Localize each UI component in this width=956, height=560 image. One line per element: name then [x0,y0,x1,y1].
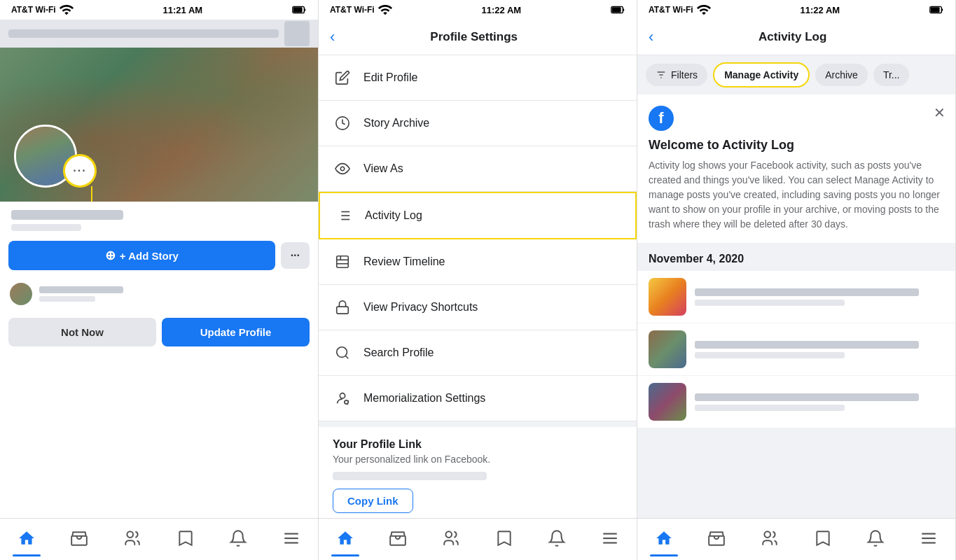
profile-link-title: Your Profile Link [333,438,623,451]
bookmark-icon-3 [814,529,832,547]
tab-manage-activity-label: Manage Activity [724,69,798,80]
tab-trash-label: Tr... [883,69,900,80]
back-button-2[interactable]: ‹ [330,28,335,46]
add-story-row: ⊕ + Add Story ··· [0,235,318,276]
activity-thumb-3 [649,383,686,421]
nav-bell-1[interactable] [224,526,252,551]
copy-link-button[interactable]: Copy Link [333,489,413,513]
profile-section: ··· ⊕ + Add Story ··· [0,48,318,518]
svg-point-40 [765,531,771,538]
pencil-icon [333,68,352,88]
yellow-connector-line [91,186,92,202]
svg-rect-34 [941,8,943,11]
nav-bell-2[interactable] [543,526,571,551]
name-area [0,202,318,235]
activity-item-2[interactable] [637,323,955,376]
status-left-3: AT&T Wi-Fi [649,2,712,18]
svg-rect-28 [391,536,406,545]
add-story-label: + Add Story [120,250,179,262]
nav-shop-1[interactable] [65,526,93,551]
activity-item-1[interactable] [637,271,955,323]
name-blur-top [8,29,279,38]
bottom-nav-1 [0,518,318,560]
avatar-small-top [284,21,310,46]
nav-bookmark-3[interactable] [809,526,837,551]
nav-menu-2[interactable] [596,526,624,551]
menu-item-activity-log[interactable]: Activity Log [319,192,637,239]
people-icon-1 [123,529,141,547]
svg-point-29 [446,531,452,538]
tab-trash[interactable]: Tr... [873,64,910,86]
menu-label-edit-profile: Edit Profile [363,71,417,84]
update-profile-button[interactable]: Update Profile [162,318,310,346]
close-button[interactable]: ✕ [934,104,945,121]
activity-info-3 [695,393,944,411]
bottom-nav-2 [319,518,637,560]
status-left-1: AT&T Wi-Fi [11,2,74,18]
nav-home-1[interactable] [13,526,41,551]
status-right-1 [291,2,307,18]
menu-item-edit-profile[interactable]: Edit Profile [319,55,637,101]
nav-home-3[interactable] [650,526,678,551]
menu-label-activity-log: Activity Log [365,209,422,222]
nav-bookmark-2[interactable] [490,526,518,551]
home-icon-1 [18,529,36,547]
search-icon [333,343,352,363]
activity-info-1 [695,288,944,306]
friends-row [0,276,318,312]
nav-bookmark-1[interactable] [172,526,200,551]
svg-rect-1 [304,8,305,11]
profile-link-blur [333,472,487,480]
back-button-3[interactable]: ‹ [649,28,653,46]
clock-icon [333,113,352,133]
menu-item-search-profile[interactable]: Search Profile [319,330,637,376]
nav-people-3[interactable] [756,526,784,551]
menu-item-view-privacy[interactable]: View Privacy Shortcuts [319,285,637,330]
name-blur-2 [11,224,81,231]
nav-bell-3[interactable] [861,526,889,551]
tabs-row: Filters Manage Activity Archive Tr... [637,55,955,94]
add-story-button[interactable]: ⊕ + Add Story [8,241,275,270]
time-3: 11:22 AM [801,5,840,15]
tab-filters[interactable]: Filters [646,64,707,86]
bell-icon-2 [548,529,566,547]
activity-thumb-2 [649,330,686,368]
menu-item-memorialization[interactable]: Memorialization Settings [319,376,637,421]
nav-people-2[interactable] [437,526,465,551]
people-icon-2 [442,529,460,547]
nav-home-2[interactable] [331,526,359,551]
panel2-header: ‹ Profile Settings [319,20,637,55]
more-options-button[interactable]: ··· [281,242,310,269]
menu-icon-3 [920,529,938,547]
dots-menu-button[interactable]: ··· [63,154,97,188]
lock-icon [333,298,352,317]
nav-menu-1[interactable] [277,526,305,551]
activity-blur-2a [695,341,919,349]
welcome-body: Activity log shows your Facebook activit… [649,158,944,232]
activity-item-3[interactable] [637,376,955,428]
battery-icon-1 [291,2,307,18]
people-icon-3 [761,529,779,547]
svg-point-26 [340,393,345,398]
not-now-button[interactable]: Not Now [8,318,156,346]
menu-label-view-privacy: View Privacy Shortcuts [363,301,478,314]
svg-rect-10 [612,7,621,12]
menu-item-review-timeline[interactable]: Review Timeline [319,239,637,285]
wifi-icon-3 [696,2,712,18]
menu-item-view-as[interactable]: View As [319,146,637,192]
tab-archive[interactable]: Archive [815,64,868,86]
status-bar-3: AT&T Wi-Fi 11:22 AM [637,0,955,20]
tab-manage-activity[interactable]: Manage Activity [713,62,810,88]
nav-menu-3[interactable] [915,526,943,551]
nav-shop-3[interactable] [702,526,730,551]
menu-item-story-archive[interactable]: Story Archive [319,101,637,146]
svg-line-25 [345,356,348,358]
profile-link-section: Your Profile Link Your personalized link… [319,427,637,518]
list-icon [334,206,354,225]
shop-icon-2 [389,529,407,547]
nav-shop-2[interactable] [384,526,412,551]
menu-label-story-archive: Story Archive [363,117,429,130]
svg-point-12 [340,167,345,171]
nav-people-1[interactable] [118,526,146,551]
menu-icon-1 [282,529,300,547]
